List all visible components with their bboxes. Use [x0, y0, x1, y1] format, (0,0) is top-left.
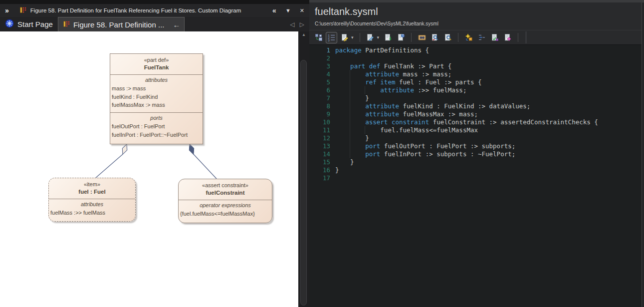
- fueltank-part-def-node[interactable]: «part def» FuelTank attributes mass :> m…: [110, 53, 203, 144]
- code-text: assert constraint fuelConstraint :> asse…: [335, 118, 598, 126]
- scroll-up-arrow-icon[interactable]: ▲: [298, 31, 309, 38]
- tab-start-page[interactable]: Start Page: [0, 17, 58, 31]
- code-text: attribute :>> fuelMass;: [335, 86, 466, 94]
- fuel-item-node[interactable]: «item» fuel : Fuel attributes fuelMass :…: [48, 178, 136, 222]
- code-line[interactable]: 3 part def FuelTank :> Part {: [309, 62, 644, 70]
- close-icon[interactable]: ✕: [300, 7, 304, 14]
- diagram-scrollbar[interactable]: ▲: [298, 31, 309, 307]
- attributes-compartment: attributes mass :> massfuelKind : FuelKi…: [110, 75, 203, 112]
- composition-connector-line[interactable]: [194, 154, 216, 179]
- collapse-icon[interactable]: «: [272, 6, 276, 14]
- code-line[interactable]: 17: [309, 174, 644, 182]
- expression-row: {fuel.fuelMass<=fuelMassMax}: [180, 210, 270, 218]
- import-document-icon[interactable]: [382, 32, 394, 43]
- overflow-chevrons-icon[interactable]: »: [5, 6, 9, 14]
- compartment-label: attributes: [50, 201, 134, 209]
- search-replace-icon[interactable]: [429, 32, 440, 43]
- code-text: }: [335, 94, 369, 102]
- start-page-icon: [5, 19, 14, 29]
- tab-figure-58-label: Figure 58. Part Definition ...: [73, 20, 165, 29]
- code-text: attribute mass :> mass;: [335, 70, 451, 78]
- code-line[interactable]: 16}: [309, 166, 644, 174]
- line-numbers-icon[interactable]: 123: [326, 32, 337, 43]
- code-line[interactable]: 13 port fuelOutPort : FuelPort :> subpor…: [309, 142, 644, 150]
- node-stereotype: «item»: [50, 181, 134, 188]
- search-document-icon[interactable]: [442, 32, 453, 43]
- compartment-label: operator expressions: [180, 202, 270, 210]
- code-text: fuel.fuelMass<=fuelMassMax: [335, 126, 478, 134]
- toolbar-separator: [458, 33, 458, 42]
- code-line[interactable]: 11 fuel.fuelMass<=fuelMassMax: [309, 126, 644, 134]
- node-name: fuelConstraint: [180, 189, 270, 197]
- node-header: «assert constraint» fuelConstraint: [179, 179, 272, 200]
- code-line[interactable]: 14 port fuelInPort :> subports : ~FuelPo…: [309, 150, 644, 158]
- code-line[interactable]: 6 attribute :>> fuelMass;: [309, 86, 644, 94]
- panel-top-strip: [0, 0, 309, 4]
- code-line[interactable]: 5 ref item fuel : Fuel :> parts {: [309, 78, 644, 86]
- dropdown-caret-icon[interactable]: ▾: [377, 35, 380, 40]
- tab-nav-next-icon[interactable]: ▷: [300, 21, 304, 28]
- line-number: 9: [309, 110, 335, 118]
- line-number: 3: [309, 62, 335, 70]
- edit-document-icon[interactable]: [365, 32, 376, 43]
- code-line[interactable]: 15 }: [309, 158, 644, 166]
- validate-script-icon[interactable]: [489, 32, 500, 43]
- code-text: }: [335, 166, 339, 174]
- aggregation-connector-line[interactable]: [96, 154, 123, 178]
- svg-text:3: 3: [328, 39, 329, 42]
- node-header: «part def» FuelTank: [110, 54, 203, 75]
- dropdown-caret-icon[interactable]: ▾: [351, 35, 354, 40]
- line-number: 4: [309, 70, 335, 78]
- diagram-icon: [20, 7, 26, 14]
- code-text: ref item fuel : Fuel :> parts {: [335, 78, 482, 86]
- fuel-constraint-node[interactable]: «assert constraint» fuelConstraint opera…: [178, 179, 272, 223]
- stereotype-edit-icon[interactable]: [339, 32, 350, 43]
- toolbar-separator: [411, 33, 412, 42]
- line-number: 15: [309, 158, 335, 166]
- attribute-row: fuelMassMax :> mass: [112, 101, 201, 109]
- line-number: 2: [309, 54, 335, 62]
- filled-diamond-icon: [187, 143, 196, 155]
- attribute-row: mass :> mass: [112, 84, 201, 93]
- code-line[interactable]: 9 attribute fuelMassMax :> mass;: [309, 110, 644, 118]
- code-line[interactable]: 2: [309, 54, 644, 62]
- node-stereotype: «assert constraint»: [180, 182, 270, 189]
- toolbar-separator: [518, 33, 518, 42]
- compartment-label: attributes: [112, 76, 201, 84]
- model-structure-icon[interactable]: [313, 32, 324, 43]
- tab-figure-58[interactable]: Figure 58. Part Definition ... ←: [58, 17, 185, 31]
- diagram-panel: » Figure 58. Part Definition for FuelTan…: [0, 0, 309, 307]
- toolbar-separator: [360, 33, 360, 42]
- code-text: package PartDefinitions {: [335, 46, 429, 54]
- text-template-icon[interactable]: T: [395, 32, 407, 43]
- code-editor[interactable]: 1package PartDefinitions {23 part def Fu…: [309, 45, 644, 307]
- port-row: fuelInPort : FuelPort::~FuelPort: [112, 131, 201, 139]
- tab-nav-prev-icon[interactable]: ◁: [290, 21, 295, 28]
- code-line[interactable]: 7 }: [309, 94, 644, 102]
- code-line[interactable]: 10 assert constraint fuelConstraint :> a…: [309, 118, 644, 126]
- tab-bar: Start Page Figure 58. Part Definition ..…: [0, 17, 309, 31]
- find-in-files-icon[interactable]: [416, 32, 428, 43]
- code-text: }: [335, 158, 354, 166]
- line-number: 12: [309, 134, 335, 142]
- attributes-compartment: attributes fuelMass :>> fuelMass: [49, 199, 135, 218]
- diagram-icon: [63, 20, 70, 29]
- compile-notes-icon[interactable]: [502, 32, 513, 43]
- tab-back-arrow-icon[interactable]: ←: [173, 20, 180, 29]
- generate-code-icon[interactable]: [463, 32, 474, 43]
- indent-format-icon[interactable]: [476, 32, 487, 43]
- editor-scrollbar-track[interactable]: [642, 2, 644, 307]
- code-line[interactable]: 8 attribute fuelKind : FuelKind :> dataV…: [309, 102, 644, 110]
- application-window: » Figure 58. Part Definition for FuelTan…: [0, 0, 644, 307]
- tab-list-dropdown-icon[interactable]: ▼: [285, 7, 291, 13]
- file-title: fueltank.sysml: [309, 2, 644, 21]
- code-line[interactable]: 4 attribute mass :> mass;: [309, 70, 644, 78]
- code-line[interactable]: 12 }: [309, 134, 644, 142]
- diagram-canvas[interactable]: «part def» FuelTank attributes mass :> m…: [0, 31, 298, 307]
- code-text: attribute fuelKind : FuelKind :> dataVal…: [335, 102, 530, 110]
- code-editor-panel: fueltank.sysml C:\users\toreilly\Documen…: [309, 0, 644, 307]
- scrollbar-thumb[interactable]: [300, 60, 307, 306]
- code-line[interactable]: 1package PartDefinitions {: [309, 46, 644, 54]
- code-text: attribute fuelMassMax :> mass;: [335, 110, 478, 118]
- code-text: part def FuelTank :> Part {: [335, 62, 451, 70]
